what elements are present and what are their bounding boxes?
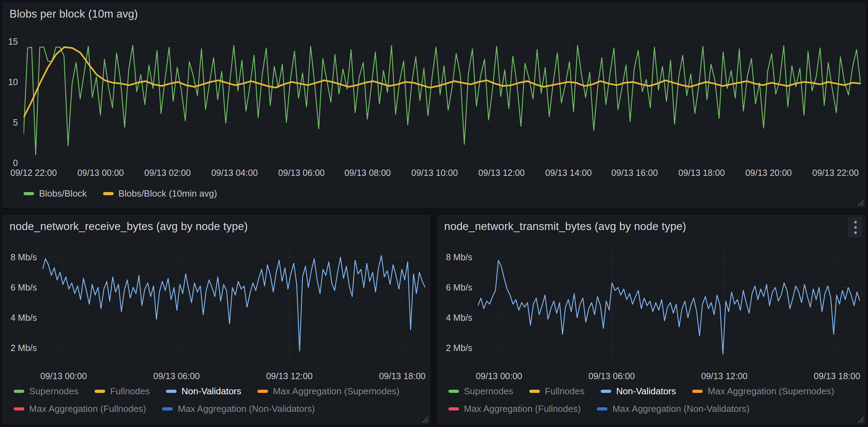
legend-item[interactable]: Max Aggregation (Supernodes)	[257, 385, 400, 397]
legend-label: Blobs/Block	[39, 187, 87, 199]
x-axis-tick-label: 09/13 08:00	[344, 168, 391, 178]
x-axis-tick-label: 09/13 00:00	[476, 371, 522, 381]
legend-series-swatch-icon	[529, 390, 540, 393]
y-axis-tick-label: 8 Mb/s	[3, 252, 37, 262]
y-axis-tick-label: 4 Mb/s	[438, 313, 472, 323]
y-axis-tick-label: 2 Mb/s	[438, 343, 472, 353]
x-axis-tick-label: 09/13 20:00	[745, 168, 792, 178]
legend-label: Non-Validators	[616, 385, 676, 397]
x-axis-tick-label: 09/13 06:00	[588, 371, 635, 381]
legend-series-swatch-icon	[24, 192, 34, 195]
x-axis-tick-label: 09/13 02:00	[144, 168, 191, 178]
x-axis-tick-label: 09/13 00:00	[40, 371, 87, 381]
chart-canvas	[43, 245, 425, 366]
legend-series-swatch-icon	[103, 192, 114, 195]
x-axis-tick-label: 09/13 12:00	[266, 371, 313, 381]
x-axis-tick-label: 09/13 16:00	[611, 168, 658, 178]
legend-label: Non-Validators	[181, 385, 241, 397]
y-axis-tick-label: 6 Mb/s	[3, 282, 37, 292]
x-axis-tick-label: 09/13 00:00	[77, 168, 124, 178]
legend-label: Max Aggregation (Supernodes)	[708, 385, 834, 397]
y-axis-tick-label: 8 Mb/s	[438, 252, 472, 262]
x-axis-tick-label: 09/13 12:00	[478, 168, 525, 178]
chart-canvas	[24, 33, 861, 163]
legend-item[interactable]: Fullnodes	[95, 385, 150, 397]
legend-series-swatch-icon	[601, 390, 611, 393]
legend-item[interactable]: Max Aggregation (Non-Validators)	[597, 403, 749, 415]
plot-area[interactable]	[478, 245, 860, 366]
legend-item[interactable]: Supernodes	[14, 385, 78, 397]
legend-item[interactable]: Max Aggregation (Fullnodes)	[14, 403, 146, 415]
x-axis-tick-label: 09/13 14:00	[545, 168, 592, 178]
y-axis-tick-label: 0	[3, 158, 18, 168]
legend-series-swatch-icon	[257, 390, 268, 393]
legend-label: Max Aggregation (Non-Validators)	[612, 403, 749, 415]
legend-label: Max Aggregation (Supernodes)	[273, 385, 400, 397]
plot-area[interactable]	[24, 33, 861, 163]
legend-series-swatch-icon	[692, 390, 703, 393]
grafana-dashboard: { "page": { "background": "#111217", "pa…	[0, 0, 868, 427]
chart-canvas	[478, 245, 860, 366]
legend-label: Fullnodes	[545, 385, 585, 397]
panel-network-receive: node_network_receive_bytes (avg by node …	[3, 215, 430, 424]
legend: Blobs/BlockBlobs/Block (10min avg)	[24, 187, 847, 199]
legend-item[interactable]: Blobs/Block	[24, 187, 87, 199]
y-axis-tick-label: 10	[3, 77, 18, 87]
x-axis-tick-label: 09/13 22:00	[812, 168, 859, 178]
panel-network-transmit: node_network_transmit_bytes (avg by node…	[438, 215, 865, 424]
legend-label: Supernodes	[29, 385, 78, 397]
series-line	[478, 260, 860, 354]
legend-series-swatch-icon	[448, 407, 459, 410]
legend-item[interactable]: Max Aggregation (Supernodes)	[692, 385, 834, 397]
y-axis-tick-label: 6 Mb/s	[438, 282, 472, 292]
chart-wrap: 05101509/12 22:0009/13 00:0009/13 02:000…	[3, 3, 865, 207]
panel-blobs-per-block: Blobs per block (10m avg) 05101509/12 22…	[3, 3, 865, 208]
legend-item[interactable]: Supernodes	[448, 385, 513, 397]
x-axis-tick-label: 09/12 22:00	[11, 168, 57, 178]
x-axis-tick-label: 09/13 06:00	[153, 371, 200, 381]
legend-series-swatch-icon	[14, 390, 24, 393]
panel-resize-handle-icon[interactable]	[421, 415, 428, 423]
x-axis-tick-label: 09/13 04:00	[211, 168, 258, 178]
legend-label: Blobs/Block (10min avg)	[119, 187, 217, 199]
legend: SupernodesFullnodesNon-ValidatorsMax Agg…	[14, 385, 422, 415]
legend-label: Supernodes	[464, 385, 513, 397]
series-line	[43, 256, 425, 351]
x-axis-tick-label: 09/13 12:00	[701, 371, 747, 381]
y-axis-tick-label: 4 Mb/s	[3, 313, 37, 323]
legend-item[interactable]: Non-Validators	[601, 385, 676, 397]
panel-resize-handle-icon[interactable]	[856, 198, 864, 206]
legend-item[interactable]: Non-Validators	[166, 385, 241, 397]
legend-series-swatch-icon	[597, 407, 607, 410]
legend-series-swatch-icon	[166, 390, 177, 393]
y-axis-tick-label: 15	[3, 37, 18, 46]
legend-series-swatch-icon	[14, 407, 24, 410]
legend-item[interactable]: Max Aggregation (Non-Validators)	[162, 403, 315, 415]
legend-label: Max Aggregation (Fullnodes)	[464, 403, 581, 415]
legend: SupernodesFullnodesNon-ValidatorsMax Agg…	[448, 385, 857, 415]
legend-item[interactable]: Max Aggregation (Fullnodes)	[448, 403, 581, 415]
series-line	[24, 46, 861, 155]
legend-item[interactable]: Fullnodes	[529, 385, 585, 397]
legend-label: Max Aggregation (Non-Validators)	[178, 403, 315, 415]
legend-series-swatch-icon	[162, 407, 173, 410]
plot-area[interactable]	[43, 245, 425, 366]
y-axis-tick-label: 2 Mb/s	[3, 343, 37, 353]
legend-item[interactable]: Blobs/Block (10min avg)	[103, 187, 217, 199]
y-axis-tick-label: 5	[3, 117, 18, 127]
legend-label: Max Aggregation (Fullnodes)	[29, 403, 146, 415]
x-axis-tick-label: 09/13 18:00	[678, 168, 725, 178]
x-axis-tick-label: 09/13 18:00	[814, 371, 860, 381]
legend-series-swatch-icon	[448, 390, 459, 393]
legend-label: Fullnodes	[110, 385, 150, 397]
x-axis-tick-label: 09/13 10:00	[411, 168, 458, 178]
panel-resize-handle-icon[interactable]	[856, 415, 864, 423]
x-axis-tick-label: 09/13 18:00	[379, 371, 426, 381]
x-axis-tick-label: 09/13 06:00	[278, 168, 325, 178]
legend-series-swatch-icon	[95, 390, 105, 393]
